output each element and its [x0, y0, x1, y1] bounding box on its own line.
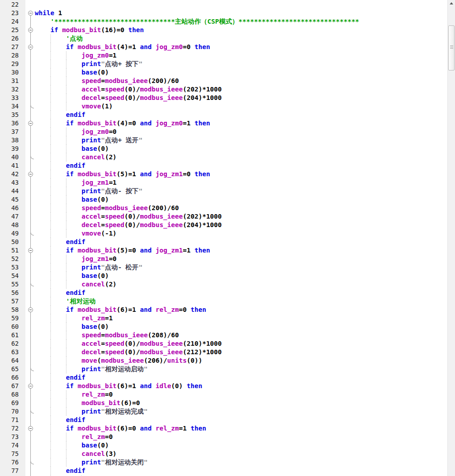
code-line[interactable]: 31 speed=modbus_ieee(200)/60: [0, 77, 447, 85]
code-line[interactable]: 36 if modbus_bit(4)=0 and jog_zm0=1 then: [0, 119, 447, 128]
code-line[interactable]: 61 speed=modbus_ieee(208)/60: [0, 331, 447, 339]
indent-guide: [50, 382, 51, 390]
fold-collapse-button[interactable]: [28, 28, 33, 33]
code-text: if modbus_bit(4)=1 and jog_zm0=0 then: [35, 43, 447, 51]
line-number: 55: [0, 280, 19, 289]
indent-guide: [66, 60, 67, 68]
code-line[interactable]: 46 speed=modbus_ieee(200)/60: [0, 204, 447, 212]
code-line[interactable]: 67 if modbus_bit(6)=1 and idle(0) then: [0, 382, 447, 390]
code-area[interactable]: 2223while 124 '*************************…: [0, 0, 447, 476]
fold-collapse-button[interactable]: [28, 384, 33, 389]
code-line[interactable]: 24 '*******************************主站动作（…: [0, 17, 447, 26]
code-line[interactable]: 43 jog_zm1=1: [0, 178, 447, 187]
indent-guide: [50, 111, 51, 119]
fold-collapse-button[interactable]: [28, 172, 33, 177]
code-line[interactable]: 71 endif: [0, 416, 447, 424]
code-line[interactable]: 62 accel=speed(0)/modbus_ieee(210)*1000: [0, 339, 447, 348]
code-line[interactable]: 60 base(0): [0, 323, 447, 331]
code-line[interactable]: 47 accel=speed(0)/modbus_ieee(202)*1000: [0, 212, 447, 221]
code-line[interactable]: 57 '相对运动: [0, 297, 447, 306]
fold-collapse-button[interactable]: [28, 45, 33, 50]
code-line[interactable]: 33 decel=speed(0)/modbus_ieee(204)*1000: [0, 94, 447, 102]
code-line[interactable]: 25 if modbus_bit(16)=0 then: [0, 26, 447, 34]
code-text: base(0): [35, 272, 447, 280]
code-line[interactable]: 50 endif: [0, 238, 447, 246]
indent-guide: [50, 34, 51, 43]
scrollbar-grip: [450, 48, 453, 49]
fold-collapse-button[interactable]: [28, 121, 33, 126]
line-number: 66: [0, 373, 19, 382]
indent-guide: [50, 467, 51, 475]
code-line[interactable]: 54 base(0): [0, 272, 447, 280]
code-line[interactable]: 56 endif: [0, 289, 447, 297]
code-line[interactable]: 35 endif: [0, 111, 447, 119]
line-number: 37: [0, 128, 19, 136]
code-text: decel=speed(0)/modbus_ieee(212)*1000: [35, 348, 447, 356]
code-line[interactable]: 38 print"点动+ 送开": [0, 136, 447, 145]
code-line[interactable]: 73 rel_zm=0: [0, 433, 447, 441]
code-line[interactable]: 23while 1: [0, 9, 447, 17]
code-line[interactable]: 69 modbus_bit(6)=0: [0, 399, 447, 407]
indent-guide: [50, 323, 51, 331]
code-line[interactable]: 22: [0, 0, 447, 9]
fold-collapse-button[interactable]: [28, 248, 33, 253]
code-line[interactable]: 53 print"点动- 松开": [0, 263, 447, 272]
code-text: if modbus_bit(6)=0 and rel_zm=1 then: [35, 424, 447, 433]
code-line[interactable]: 27 if modbus_bit(4)=1 and jog_zm0=0 then: [0, 43, 447, 51]
code-line[interactable]: 68 rel_zm=0: [0, 390, 447, 399]
code-line[interactable]: 64 move(modbus_ieee(206)/units(0)): [0, 356, 447, 365]
line-number: 35: [0, 111, 19, 119]
code-line[interactable]: 30 base(0): [0, 68, 447, 77]
code-line[interactable]: 51 if modbus_bit(5)=0 and jog_zm1=1 then: [0, 246, 447, 255]
code-line[interactable]: 65 print"相对运动启动": [0, 365, 447, 373]
code-line[interactable]: 52 jog_zm1=0: [0, 255, 447, 263]
code-line[interactable]: 74 base(0): [0, 441, 447, 450]
fold-collapse-button[interactable]: [28, 307, 33, 312]
scroll-up-icon[interactable]: [450, 2, 453, 4]
code-line[interactable]: 63 decel=speed(0)/modbus_ieee(212)*1000: [0, 348, 447, 356]
code-line[interactable]: 28 jog_zm0=1: [0, 51, 447, 60]
code-line[interactable]: 49 vmove(-1): [0, 229, 447, 238]
code-line[interactable]: 66 endif: [0, 373, 447, 382]
fold-collapse-button[interactable]: [28, 11, 33, 16]
indent-guide: [66, 85, 67, 94]
code-line[interactable]: 42 if modbus_bit(5)=1 and jog_zm1=0 then: [0, 170, 447, 178]
minus-icon: [29, 386, 32, 386]
code-text: endif: [35, 416, 447, 424]
code-line[interactable]: 55 cancel(2): [0, 280, 447, 289]
indent-guide: [50, 424, 51, 433]
indent-guide: [50, 178, 51, 187]
code-line[interactable]: 76 print"相对运动关闭": [0, 458, 447, 467]
fold-end-marker: [30, 367, 34, 371]
code-text: base(0): [35, 68, 447, 77]
indent-guide: [50, 128, 51, 136]
code-line[interactable]: 32 accel=speed(0)/modbus_ieee(202)*1000: [0, 85, 447, 94]
code-line[interactable]: 77 endif: [0, 467, 447, 475]
line-number: 77: [0, 467, 19, 475]
indent-guide: [66, 136, 67, 145]
code-line[interactable]: 58 if modbus_bit(6)=1 and rel_zm=0 then: [0, 306, 447, 314]
minus-icon: [29, 13, 32, 13]
fold-collapse-button[interactable]: [28, 426, 33, 431]
code-editor[interactable]: 2223while 124 '*************************…: [0, 0, 455, 476]
code-line[interactable]: 59 rel_zm=1: [0, 314, 447, 323]
indent-guide: [66, 458, 67, 467]
code-line[interactable]: 34 vmove(1): [0, 102, 447, 111]
code-line[interactable]: 40 cancel(2): [0, 153, 447, 161]
code-line[interactable]: 75 cancel(3): [0, 450, 447, 458]
indent-guide: [66, 433, 67, 441]
code-line[interactable]: 72 if modbus_bit(6)=0 and rel_zm=1 then: [0, 424, 447, 433]
indent-guide: [50, 153, 51, 161]
code-text: endif: [35, 289, 447, 297]
code-line[interactable]: 26 '点动: [0, 34, 447, 43]
code-line[interactable]: 48 decel=speed(0)/modbus_ieee(204)*1000: [0, 221, 447, 229]
code-line[interactable]: 39 base(0): [0, 145, 447, 153]
scrollbar-track[interactable]: [447, 0, 455, 476]
code-line[interactable]: 70 print"相对运动完成": [0, 407, 447, 416]
code-line[interactable]: 41 endif: [0, 161, 447, 170]
code-line[interactable]: 45 base(0): [0, 195, 447, 204]
scrollbar-thumb[interactable]: [448, 25, 455, 70]
code-line[interactable]: 37 jog_zm0=0: [0, 128, 447, 136]
code-line[interactable]: 44 print"点动- 按下": [0, 187, 447, 195]
code-line[interactable]: 29 print"点动+ 按下": [0, 60, 447, 68]
